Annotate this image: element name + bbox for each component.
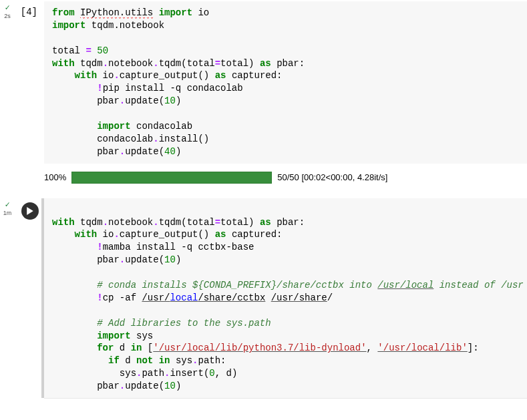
- cell-status-gutter: ✓ 2s: [0, 1, 15, 164]
- execution-time: 2s: [4, 13, 11, 19]
- cell-status-gutter: ✓ 1m: [0, 198, 15, 398]
- run-button-column: [15, 198, 44, 398]
- success-check-icon: ✓: [5, 4, 9, 12]
- code-cell-2: ✓ 1m with tqdm.notebook.tqdm(total=total…: [0, 198, 527, 398]
- progress-percent: 100%: [44, 172, 66, 182]
- success-check-icon: ✓: [5, 201, 9, 209]
- execution-count: [4]: [15, 1, 44, 164]
- progress-bar: [71, 172, 272, 184]
- code-cell-1: ✓ 2s [4] from IPython.utils import io im…: [0, 1, 527, 164]
- play-icon: [26, 207, 34, 215]
- progress-stats: 50/50 [00:02<00:00, 4.28it/s]: [277, 172, 387, 182]
- run-cell-button[interactable]: [21, 202, 39, 220]
- code-editor[interactable]: from IPython.utils import io import tqdm…: [44, 1, 527, 164]
- cell-output-progress: 100% 50/50 [00:02<00:00, 4.28it/s]: [44, 172, 527, 184]
- execution-time: 1m: [3, 210, 12, 216]
- code-editor[interactable]: with tqdm.notebook.tqdm(total=total) as …: [44, 198, 527, 398]
